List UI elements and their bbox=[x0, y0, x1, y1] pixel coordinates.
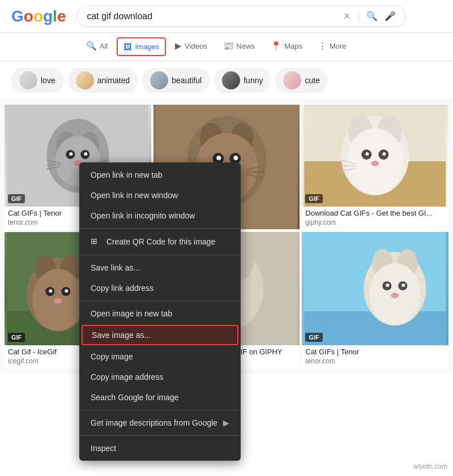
image-card-3[interactable]: GIF Download Cat GIFs - Get the best GI.… bbox=[302, 105, 448, 230]
tab-images-label: Images bbox=[135, 42, 159, 51]
watermark: wsxdn.com bbox=[413, 462, 447, 470]
context-get-descriptions-label: Get image descriptions from Google bbox=[91, 418, 217, 427]
context-open-incognito[interactable]: Open link in incognito window bbox=[79, 205, 241, 226]
qr-icon: ⊞ bbox=[91, 237, 101, 247]
filter-chips: love animated beautiful funny cute bbox=[0, 61, 453, 100]
logo-letter-l: l bbox=[53, 7, 57, 25]
filter-beautiful[interactable]: beautiful bbox=[142, 68, 210, 93]
svg-point-76 bbox=[391, 293, 399, 298]
svg-point-40 bbox=[366, 152, 369, 156]
context-copy-image-address-label: Copy image address bbox=[91, 372, 163, 381]
context-search-google[interactable]: Search Google for image bbox=[79, 387, 241, 408]
filter-funny[interactable]: funny bbox=[214, 68, 271, 93]
context-copy-image-address[interactable]: Copy image address bbox=[79, 367, 241, 387]
image-label-6: Cat GIFs | Tenor bbox=[302, 345, 448, 357]
header: G o o g l e ✕ | 🔍 🎤 bbox=[0, 0, 453, 33]
context-inspect-label: Inspect bbox=[91, 444, 116, 453]
filter-beautiful-thumb bbox=[150, 71, 168, 89]
tab-all-label: All bbox=[100, 42, 108, 50]
gif-badge-3: GIF bbox=[305, 194, 322, 203]
search-by-image-icon[interactable]: 🔍 bbox=[366, 11, 378, 22]
logo-letter-e: e bbox=[57, 7, 66, 25]
svg-point-55 bbox=[65, 289, 68, 293]
tab-more[interactable]: ⋮ More bbox=[311, 36, 353, 57]
image-grid: GIF Cat GIFs | Tenor tenor.com bbox=[0, 100, 453, 373]
context-open-image-tab-label: Open image in new tab bbox=[91, 309, 172, 318]
voice-search-icon[interactable]: 🎤 bbox=[384, 11, 396, 22]
all-icon: 🔍 bbox=[86, 41, 97, 51]
context-open-new-window-label: Open link in new window bbox=[91, 191, 178, 200]
filter-funny-label: funny bbox=[243, 76, 263, 85]
filter-love-thumb bbox=[19, 71, 37, 89]
maps-icon: 📍 bbox=[271, 41, 281, 51]
context-open-image-tab[interactable]: Open image in new tab bbox=[79, 303, 241, 324]
context-inspect[interactable]: Inspect bbox=[79, 438, 241, 458]
context-open-new-tab-label: Open link in new tab bbox=[91, 170, 163, 179]
svg-point-54 bbox=[49, 289, 52, 293]
tab-all[interactable]: 🔍 All bbox=[79, 36, 114, 57]
tab-maps-label: Maps bbox=[284, 42, 302, 50]
nav-tabs: 🔍 All 🖼 Images ▶ Videos 📰 News 📍 Maps ⋮ … bbox=[0, 33, 453, 61]
context-copy-image-label: Copy image bbox=[91, 352, 133, 361]
tab-images[interactable]: 🖼 Images bbox=[117, 37, 166, 56]
context-get-descriptions[interactable]: Get image descriptions from Google ▶ bbox=[79, 413, 241, 433]
context-create-qr[interactable]: ⊞ Create QR Code for this image bbox=[79, 231, 241, 252]
image-source-3: giphy.com bbox=[302, 218, 448, 230]
filter-animated-thumb bbox=[76, 71, 94, 89]
tab-videos[interactable]: ▶ Videos bbox=[168, 36, 214, 57]
filter-beautiful-label: beautiful bbox=[172, 76, 202, 85]
context-divider-2 bbox=[79, 255, 241, 255]
search-box[interactable]: ✕ | 🔍 🎤 bbox=[77, 6, 405, 27]
context-copy-link-label: Copy link address bbox=[91, 284, 153, 293]
svg-point-24 bbox=[233, 156, 238, 160]
context-copy-link[interactable]: Copy link address bbox=[79, 278, 241, 298]
context-open-new-tab[interactable]: Open link in new tab bbox=[79, 165, 241, 185]
context-divider-4 bbox=[79, 410, 241, 410]
filter-love-label: love bbox=[41, 76, 55, 85]
svg-point-41 bbox=[383, 152, 386, 156]
submenu-arrow-icon: ▶ bbox=[223, 418, 229, 427]
image-source-6: tenor.com bbox=[302, 357, 448, 368]
filter-animated[interactable]: animated bbox=[68, 68, 138, 93]
context-create-qr-label: Create QR Code for this image bbox=[106, 237, 215, 246]
context-save-link-as-label: Save link as... bbox=[91, 263, 140, 272]
context-search-google-label: Search Google for image bbox=[91, 393, 179, 402]
gif-badge-1: GIF bbox=[8, 194, 25, 203]
context-divider-1 bbox=[79, 228, 241, 229]
clear-icon[interactable]: ✕ bbox=[343, 11, 351, 22]
svg-point-74 bbox=[386, 284, 390, 287]
filter-cute[interactable]: cute bbox=[275, 68, 327, 93]
svg-point-8 bbox=[84, 152, 87, 156]
tab-maps[interactable]: 📍 Maps bbox=[264, 36, 309, 57]
news-icon: 📰 bbox=[223, 41, 234, 51]
context-save-image-as-label: Save image as... bbox=[92, 331, 151, 340]
logo-letter-o2: o bbox=[33, 7, 43, 25]
context-open-new-window[interactable]: Open link in new window bbox=[79, 185, 241, 205]
images-icon: 🖼 bbox=[123, 42, 132, 52]
search-actions: ✕ | 🔍 🎤 bbox=[343, 11, 396, 22]
google-logo: G o o g l e bbox=[11, 7, 66, 25]
context-menu: Open link in new tab Open link in new wi… bbox=[79, 162, 241, 461]
context-copy-image[interactable]: Copy image bbox=[79, 346, 241, 367]
context-save-image-as[interactable]: Save image as... bbox=[82, 325, 238, 345]
svg-point-56 bbox=[54, 298, 62, 304]
svg-point-75 bbox=[402, 284, 405, 287]
context-open-incognito-label: Open link in incognito window bbox=[91, 211, 195, 220]
more-icon: ⋮ bbox=[318, 41, 327, 51]
tab-news-label: News bbox=[237, 42, 255, 50]
svg-point-23 bbox=[216, 156, 221, 160]
logo-letter-o1: o bbox=[24, 7, 33, 25]
gif-badge-6: GIF bbox=[305, 333, 322, 342]
filter-love[interactable]: love bbox=[11, 68, 63, 93]
tab-news[interactable]: 📰 News bbox=[216, 36, 262, 57]
context-divider-3 bbox=[79, 301, 241, 301]
image-card-6[interactable]: GIF Cat GIFs | Tenor tenor.com bbox=[302, 232, 448, 368]
svg-point-42 bbox=[371, 161, 379, 166]
context-save-link-as[interactable]: Save link as... bbox=[79, 258, 241, 278]
logo-letter-g: G bbox=[11, 7, 24, 25]
search-input[interactable] bbox=[87, 11, 343, 22]
gif-badge-4: GIF bbox=[8, 333, 25, 342]
filter-cute-thumb bbox=[283, 71, 301, 89]
logo-letter-g2: g bbox=[43, 7, 53, 25]
filter-funny-thumb bbox=[222, 71, 240, 89]
